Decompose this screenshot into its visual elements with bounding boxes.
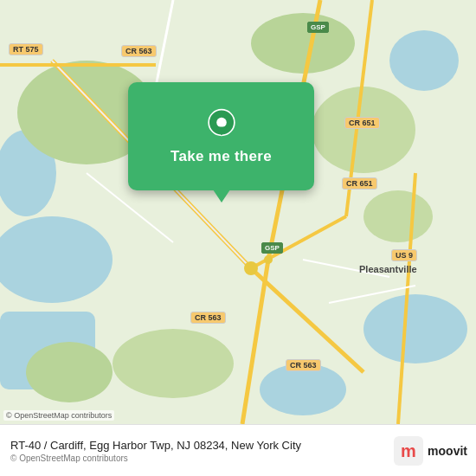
svg-point-8	[312, 87, 415, 173]
label-rt575: RT 575	[9, 43, 43, 55]
city-label-pleasantville: Pleasantville	[359, 264, 417, 274]
svg-point-2	[363, 294, 467, 363]
svg-point-27	[264, 255, 273, 264]
label-cr563-3: CR 563	[286, 359, 321, 371]
bottom-bar: RT-40 / Cardiff, Egg Harbor Twp, NJ 0823…	[0, 424, 476, 476]
svg-point-29	[216, 117, 227, 127]
location-pin-icon	[205, 108, 238, 141]
map-svg	[0, 0, 476, 424]
popup-card: Take me there	[128, 82, 314, 190]
label-gsp-1: GSP	[307, 22, 329, 33]
svg-point-10	[26, 342, 113, 402]
map-container: CR 563 CR 563 CR 563 CR 651 CR 651 GSP G…	[0, 0, 476, 424]
svg-point-9	[113, 329, 234, 398]
openstreetmap-credit: © OpenStreetMap contributors	[10, 453, 301, 463]
bottom-left: RT-40 / Cardiff, Egg Harbor Twp, NJ 0823…	[10, 439, 301, 463]
take-me-there-button[interactable]: Take me there	[170, 148, 272, 165]
label-us9: US 9	[391, 249, 417, 261]
moovit-icon: m	[394, 436, 423, 466]
label-cr563-2: CR 563	[190, 312, 226, 324]
moovit-brand-name: moovit	[428, 444, 467, 458]
label-cr651-1: CR 651	[344, 117, 380, 129]
moovit-logo: m moovit	[394, 436, 467, 466]
svg-point-3	[389, 30, 459, 91]
svg-point-4	[260, 363, 346, 415]
svg-point-26	[244, 261, 258, 275]
osm-attribution: © OpenStreetMap contributors	[3, 410, 114, 421]
svg-point-11	[363, 190, 433, 242]
svg-text:m: m	[401, 441, 416, 460]
label-cr563-1: CR 563	[121, 45, 157, 57]
address-text: RT-40 / Cardiff, Egg Harbor Twp, NJ 0823…	[10, 439, 301, 452]
label-gsp-2: GSP	[261, 242, 283, 254]
svg-point-12	[251, 13, 355, 74]
label-cr651-2: CR 651	[342, 177, 377, 190]
